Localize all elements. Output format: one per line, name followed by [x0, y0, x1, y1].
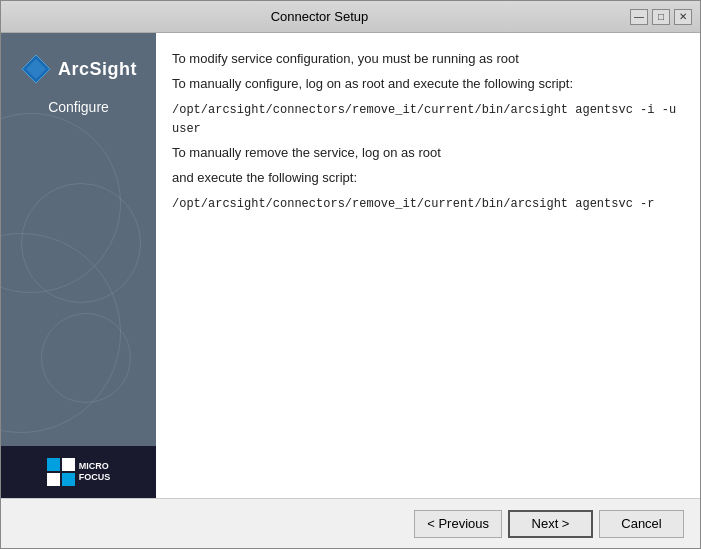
microfocus-logo-area: MICRO FOCUS	[1, 446, 156, 498]
mf-cell-br	[62, 473, 75, 486]
content-line2: To manually configure, log on as root an…	[172, 74, 680, 95]
next-button[interactable]: Next >	[508, 510, 593, 538]
window-title: Connector Setup	[9, 9, 630, 24]
window-controls: — □ ✕	[630, 9, 692, 25]
content-text: To modify service configuration, you mus…	[172, 49, 680, 218]
microfocus-line2: FOCUS	[79, 472, 111, 483]
microfocus-grid-icon	[47, 458, 75, 486]
microfocus-line1: MICRO	[79, 461, 111, 472]
content-line1: To modify service configuration, you mus…	[172, 49, 680, 70]
configure-label: Configure	[48, 99, 109, 115]
mf-cell-bl	[47, 473, 60, 486]
footer: < Previous Next > Cancel	[1, 498, 700, 548]
content-code2: /opt/arcsight/connectors/remove_it/curre…	[172, 195, 680, 214]
mf-cell-tl	[47, 458, 60, 471]
arcsight-icon	[20, 53, 52, 85]
maximize-button[interactable]: □	[652, 9, 670, 25]
content-line4: and execute the following script:	[172, 168, 680, 189]
close-button[interactable]: ✕	[674, 9, 692, 25]
content-line3: To manually remove the service, log on a…	[172, 143, 680, 164]
arcsight-text: ArcSight	[58, 59, 137, 80]
cancel-button[interactable]: Cancel	[599, 510, 684, 538]
main-window: Connector Setup — □ ✕	[0, 0, 701, 549]
window-body: ArcSight Configure MICRO FOCUS	[1, 33, 700, 498]
title-bar: Connector Setup — □ ✕	[1, 1, 700, 33]
microfocus-text: MICRO FOCUS	[79, 461, 111, 483]
microfocus-logo: MICRO FOCUS	[47, 458, 111, 486]
sidebar-logo-area: ArcSight Configure	[1, 33, 156, 125]
mf-cell-tr	[62, 458, 75, 471]
minimize-button[interactable]: —	[630, 9, 648, 25]
main-content: To modify service configuration, you mus…	[156, 33, 700, 498]
arcsight-logo: ArcSight	[20, 53, 137, 85]
content-code1: /opt/arcsight/connectors/remove_it/curre…	[172, 101, 680, 139]
previous-button[interactable]: < Previous	[414, 510, 502, 538]
sidebar: ArcSight Configure MICRO FOCUS	[1, 33, 156, 498]
